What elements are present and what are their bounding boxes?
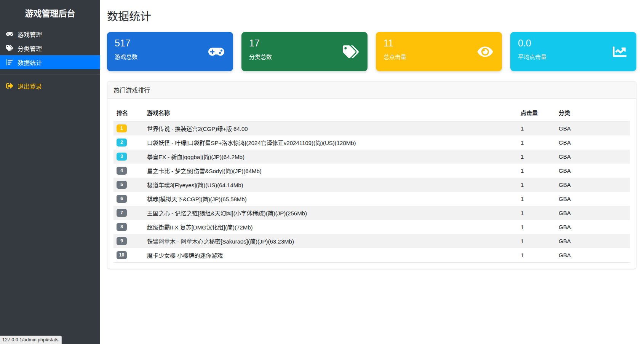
category-value: GBA <box>556 150 630 164</box>
sidebar-item-games[interactable]: 游戏管理 <box>0 27 100 41</box>
sidebar-item-label: 数据统计 <box>18 58 42 67</box>
game-name: 王国之心 - 记忆之链[狼组&天幻网](小字体稀疏)(简)(JP)(256Mb) <box>144 206 518 220</box>
category-value: GBA <box>556 192 630 206</box>
logout-button[interactable]: 退出登录 <box>0 79 100 93</box>
sidebar-item-stats[interactable]: 数据统计 <box>0 55 100 69</box>
tags-icon <box>342 44 359 59</box>
game-name: 世界传说 - 换装迷宫2(CGP)绿+版 64.00 <box>144 121 518 136</box>
column-header-name: 游戏名称 <box>144 105 518 121</box>
category-value: GBA <box>556 178 630 192</box>
stat-card-total-clicks: 11 总点击量 <box>376 32 502 71</box>
stat-card-total-games: 517 游戏总数 <box>107 32 233 71</box>
table-row: 1 世界传说 - 换装迷宫2(CGP)绿+版 64.00 1 GBA <box>113 121 630 136</box>
clicks-value: 1 <box>518 192 556 206</box>
stat-card-avg-clicks: 0.0 平均点击量 <box>510 32 636 71</box>
sidebar: 游戏管理后台 游戏管理 分类管理 数据统计 退出登录 <box>0 0 100 344</box>
clicks-value: 1 <box>518 150 556 164</box>
sidebar-item-label: 分类管理 <box>18 44 42 53</box>
game-name: 铁臂阿童木 - 阿童木心之秘密[Sakura0s](简)(JP)(63.23Mb… <box>144 234 518 248</box>
table-row: 6 棋魂[模拟天下&CGP](简)(JP)(65.58Mb) 1 GBA <box>113 192 630 206</box>
game-name: 拳皇EX - 新血[qqgba](简)(JP)(64.2Mb) <box>144 150 518 164</box>
eye-icon <box>477 44 494 59</box>
game-name: 星之卡比 - 梦之泉[伤雪&Sody](简)(JP)(64Mb) <box>144 164 518 178</box>
ranking-panel: 热门游戏排行 排名 游戏名称 点击量 分类 1 世界传说 - 换装迷宫2(CGP… <box>107 81 636 269</box>
category-value: GBA <box>556 220 630 234</box>
clicks-value: 1 <box>518 135 556 150</box>
table-row: 10 魔卡少女樱 小樱牌的迷你游戏 1 GBA <box>113 248 630 263</box>
rank-badge: 4 <box>117 167 127 174</box>
clicks-value: 1 <box>518 248 556 263</box>
page-title: 数据统计 <box>107 8 636 24</box>
category-value: GBA <box>556 135 630 150</box>
sidebar-divider <box>0 75 100 75</box>
rank-badge: 2 <box>117 139 127 146</box>
game-name: 口袋妖怪 - 叶绿[口袋群星SP+洛水惊鸿](2024官译修正v20241109… <box>144 135 518 150</box>
app-title: 游戏管理后台 <box>0 0 100 27</box>
category-value: GBA <box>556 206 630 220</box>
table-row: 7 王国之心 - 记忆之链[狼组&天幻网](小字体稀疏)(简)(JP)(256M… <box>113 206 630 220</box>
table-row: 3 拳皇EX - 新血[qqgba](简)(JP)(64.2Mb) 1 GBA <box>113 150 630 164</box>
table-row: 8 超级街霸II X 复苏[DMG汉化组](简)(72Mb) 1 GBA <box>113 220 630 234</box>
category-value: GBA <box>556 121 630 136</box>
main-content: 数据统计 517 游戏总数 17 分类总数 11 总点击量 0.0 平均点 <box>100 0 644 344</box>
clicks-value: 1 <box>518 220 556 234</box>
ranking-table: 排名 游戏名称 点击量 分类 1 世界传说 - 换装迷宫2(CGP)绿+版 64… <box>113 105 630 263</box>
table-row: 2 口袋妖怪 - 叶绿[口袋群星SP+洛水惊鸿](2024官译修正v202411… <box>113 135 630 150</box>
table-row: 5 极道车魂3[Flyeyes](简)(US)(64.14Mb) 1 GBA <box>113 178 630 192</box>
category-value: GBA <box>556 248 630 263</box>
game-name: 魔卡少女樱 小樱牌的迷你游戏 <box>144 248 518 263</box>
rank-badge: 8 <box>117 223 127 231</box>
chart-line-icon <box>611 44 628 59</box>
ranking-panel-body: 排名 游戏名称 点击量 分类 1 世界传说 - 换装迷宫2(CGP)绿+版 64… <box>107 99 636 269</box>
table-row: 4 星之卡比 - 梦之泉[伤雪&Sody](简)(JP)(64Mb) 1 GBA <box>113 164 630 178</box>
game-name: 极道车魂3[Flyeyes](简)(US)(64.14Mb) <box>144 178 518 192</box>
game-name: 棋魂[模拟天下&CGP](简)(JP)(65.58Mb) <box>144 192 518 206</box>
category-value: GBA <box>556 234 630 248</box>
column-header-rank: 排名 <box>113 105 144 121</box>
gamepad-icon <box>6 30 13 38</box>
clicks-value: 1 <box>518 178 556 192</box>
clicks-value: 1 <box>518 121 556 136</box>
gamepad-icon <box>208 44 225 59</box>
rank-badge: 5 <box>117 181 127 188</box>
rank-badge: 6 <box>117 195 127 202</box>
sidebar-item-categories[interactable]: 分类管理 <box>0 41 100 55</box>
sign-out-icon <box>6 82 13 89</box>
column-header-clicks: 点击量 <box>518 105 556 121</box>
stats-cards-row: 517 游戏总数 17 分类总数 11 总点击量 0.0 平均点击量 <box>107 32 636 71</box>
table-header-row: 排名 游戏名称 点击量 分类 <box>113 105 630 121</box>
sidebar-nav: 游戏管理 分类管理 数据统计 退出登录 <box>0 27 100 93</box>
rank-badge: 7 <box>117 209 127 217</box>
clicks-value: 1 <box>518 234 556 248</box>
browser-status-url: 127.0.0.1/admin.php#stats <box>0 336 62 344</box>
rank-badge: 1 <box>117 124 127 132</box>
rank-badge: 9 <box>117 237 127 245</box>
game-name: 超级街霸II X 复苏[DMG汉化组](简)(72Mb) <box>144 220 518 234</box>
logout-label: 退出登录 <box>18 81 42 91</box>
column-header-category: 分类 <box>556 105 630 121</box>
table-row: 9 铁臂阿童木 - 阿童木心之秘密[Sakura0s](简)(JP)(63.23… <box>113 234 630 248</box>
rank-badge: 10 <box>117 251 127 259</box>
tags-icon <box>6 45 13 52</box>
category-value: GBA <box>556 164 630 178</box>
clicks-value: 1 <box>518 206 556 220</box>
ranking-panel-title: 热门游戏排行 <box>107 81 636 99</box>
chart-bar-icon <box>6 59 13 66</box>
clicks-value: 1 <box>518 164 556 178</box>
stat-card-total-categories: 17 分类总数 <box>241 32 368 71</box>
rank-badge: 3 <box>117 153 127 160</box>
sidebar-item-label: 游戏管理 <box>18 30 42 39</box>
